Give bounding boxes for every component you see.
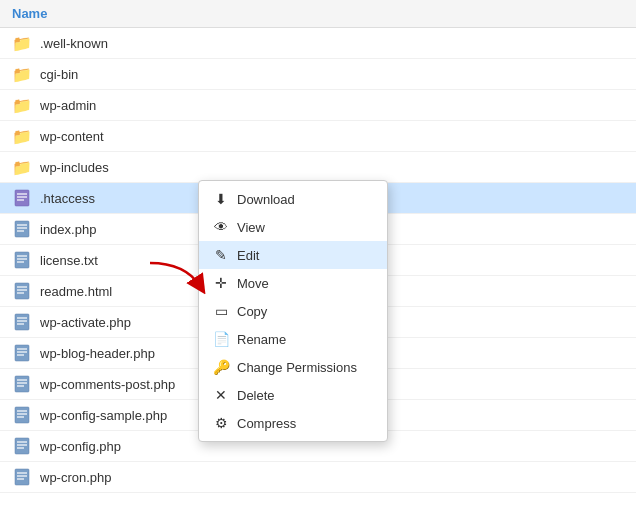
htaccess-icon: [12, 188, 32, 208]
context-menu-label-view: View: [237, 220, 265, 235]
svg-rect-16: [15, 314, 29, 330]
context-menu-label-compress: Compress: [237, 416, 296, 431]
file-item-wp-cron-php[interactable]: wp-cron.php: [0, 462, 636, 493]
file-name: .htaccess: [40, 191, 95, 206]
file-manager: Name 📁.well-known📁cgi-bin📁wp-admin📁wp-co…: [0, 0, 636, 507]
context-menu-item-delete[interactable]: ✕Delete: [199, 381, 387, 409]
context-menu-label-rename: Rename: [237, 332, 286, 347]
context-menu-item-view[interactable]: 👁View: [199, 213, 387, 241]
file-name: readme.html: [40, 284, 112, 299]
context-menu-label-delete: Delete: [237, 388, 275, 403]
context-menu-label-edit: Edit: [237, 248, 259, 263]
context-menu-item-move[interactable]: ✛Move: [199, 269, 387, 297]
context-menu-label-copy: Copy: [237, 304, 267, 319]
file-item-wp-admin[interactable]: 📁wp-admin: [0, 90, 636, 121]
file-icon: [12, 436, 32, 456]
context-menu-item-compress[interactable]: ⚙Compress: [199, 409, 387, 437]
file-name: wp-comments-post.php: [40, 377, 175, 392]
file-name: wp-blog-header.php: [40, 346, 155, 361]
html-file-icon: [12, 281, 32, 301]
svg-rect-12: [15, 283, 29, 299]
file-icon: [12, 467, 32, 487]
file-name: wp-cron.php: [40, 470, 112, 485]
file-name: wp-activate.php: [40, 315, 131, 330]
file-icon: [12, 219, 32, 239]
folder-icon: 📁: [12, 157, 32, 177]
svg-rect-32: [15, 438, 29, 454]
context-menu-item-rename[interactable]: 📄Rename: [199, 325, 387, 353]
context-menu-item-change-permissions[interactable]: 🔑Change Permissions: [199, 353, 387, 381]
folder-icon: 📁: [12, 64, 32, 84]
col-name[interactable]: Name: [12, 6, 47, 21]
file-name: wp-includes: [40, 160, 109, 175]
file-item-cgi-bin[interactable]: 📁cgi-bin: [0, 59, 636, 90]
svg-rect-28: [15, 407, 29, 423]
svg-rect-0: [15, 190, 29, 206]
file-name: license.txt: [40, 253, 98, 268]
context-menu-label-move: Move: [237, 276, 269, 291]
file-name: wp-content: [40, 129, 104, 144]
context-menu-label-change-permissions: Change Permissions: [237, 360, 357, 375]
file-name: wp-admin: [40, 98, 96, 113]
change-permissions-icon: 🔑: [213, 359, 229, 375]
context-menu-label-download: Download: [237, 192, 295, 207]
svg-rect-20: [15, 345, 29, 361]
svg-rect-8: [15, 252, 29, 268]
file-name: index.php: [40, 222, 96, 237]
context-menu: ⬇Download👁View✎Edit✛Move▭Copy📄Rename🔑Cha…: [198, 180, 388, 442]
rename-icon: 📄: [213, 331, 229, 347]
file-icon: [12, 405, 32, 425]
file-item-wp-includes[interactable]: 📁wp-includes: [0, 152, 636, 183]
folder-icon: 📁: [12, 126, 32, 146]
context-menu-item-download[interactable]: ⬇Download: [199, 185, 387, 213]
file-name: cgi-bin: [40, 67, 78, 82]
file-icon: [12, 250, 32, 270]
copy-icon: ▭: [213, 303, 229, 319]
svg-rect-36: [15, 469, 29, 485]
file-name: wp-config.php: [40, 439, 121, 454]
svg-rect-24: [15, 376, 29, 392]
file-icon: [12, 343, 32, 363]
file-name: wp-config-sample.php: [40, 408, 167, 423]
svg-rect-4: [15, 221, 29, 237]
folder-icon: 📁: [12, 95, 32, 115]
folder-icon: 📁: [12, 33, 32, 53]
compress-icon: ⚙: [213, 415, 229, 431]
delete-icon: ✕: [213, 387, 229, 403]
context-menu-item-copy[interactable]: ▭Copy: [199, 297, 387, 325]
arrow-indicator: [145, 258, 205, 288]
file-name: .well-known: [40, 36, 108, 51]
download-icon: ⬇: [213, 191, 229, 207]
view-icon: 👁: [213, 219, 229, 235]
file-item-well-known[interactable]: 📁.well-known: [0, 28, 636, 59]
file-icon: [12, 312, 32, 332]
file-list-header: Name: [0, 0, 636, 28]
file-icon: [12, 374, 32, 394]
context-menu-item-edit[interactable]: ✎Edit: [199, 241, 387, 269]
edit-icon: ✎: [213, 247, 229, 263]
file-item-wp-content[interactable]: 📁wp-content: [0, 121, 636, 152]
move-icon: ✛: [213, 275, 229, 291]
